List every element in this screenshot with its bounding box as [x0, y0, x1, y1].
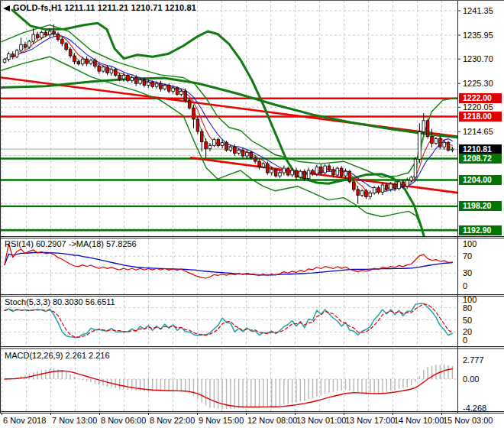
time-axis-label: 6 Nov 2018	[3, 416, 46, 425]
rsi-scale-label: 100	[463, 240, 477, 248]
price-axis-label: 1230.70	[463, 55, 493, 63]
macd-scale-label: 0.00	[463, 375, 479, 384]
price-axis-label: 1214.65	[463, 128, 493, 136]
stoch-scale-label: 50	[463, 316, 472, 325]
rsi-scale-label: 70	[463, 252, 472, 261]
stoch-scale-label: 0	[463, 336, 467, 345]
price-badge-support: 1208.72	[459, 154, 502, 164]
macd-scale-label: 2.777	[463, 356, 484, 365]
macd-indicator-label: MACD(12,26,9) 2.261 2.216	[5, 351, 110, 360]
arrow-marker-icon	[3, 5, 10, 11]
price-chart-canvas[interactable]	[0, 1, 504, 428]
price-axis-label: 1235.95	[463, 31, 493, 40]
rsi-scale-label: 30	[463, 269, 472, 277]
trading-chart-window: GOLD-fs,H1 1211.11 1211.21 1210.71 1210.…	[0, 0, 504, 428]
price-badge-current: 1210.81	[459, 144, 502, 154]
time-axis-label: 12 Nov 08:00	[247, 416, 297, 425]
time-axis-label: 13 Nov 01:00	[296, 416, 346, 425]
time-axis-label: 7 Nov 13:00	[52, 416, 97, 425]
time-axis-label: 8 Nov 22:00	[150, 416, 195, 425]
price-badge-support: 1198.20	[459, 201, 502, 211]
price-badge-support: 1204.00	[459, 175, 502, 185]
rsi-indicator-label: RSI(14) 60.2907 ->MA(18) 57.8256	[5, 239, 137, 248]
price-axis-label: 1220.05	[463, 103, 493, 112]
rsi-scale-label: 0	[463, 282, 467, 290]
macd-scale-label: -4.268	[463, 404, 486, 413]
price-axis-label: 1241.35	[463, 7, 493, 15]
time-axis-label: 14 Nov 10:00	[394, 416, 444, 425]
stoch-indicator-label: Stoch(5,3,3) 80.3030 56.6511	[5, 297, 115, 306]
price-badge-resistance: 1222.00	[459, 93, 502, 103]
time-axis-label: 8 Nov 06:00	[101, 416, 146, 425]
chart-title: GOLD-fs,H1 1211.11 1211.21 1210.71 1210.…	[13, 3, 196, 12]
price-axis-label: 1225.30	[463, 79, 493, 88]
price-badge-resistance: 1218.00	[459, 112, 502, 122]
time-axis-label: 15 Nov 03:00	[443, 416, 493, 425]
price-badge-support: 1192.90	[459, 225, 502, 235]
time-axis-label: 9 Nov 15:00	[199, 416, 244, 425]
stoch-scale-label: 80	[463, 304, 472, 313]
time-axis-label: 13 Nov 17:00	[345, 416, 395, 425]
